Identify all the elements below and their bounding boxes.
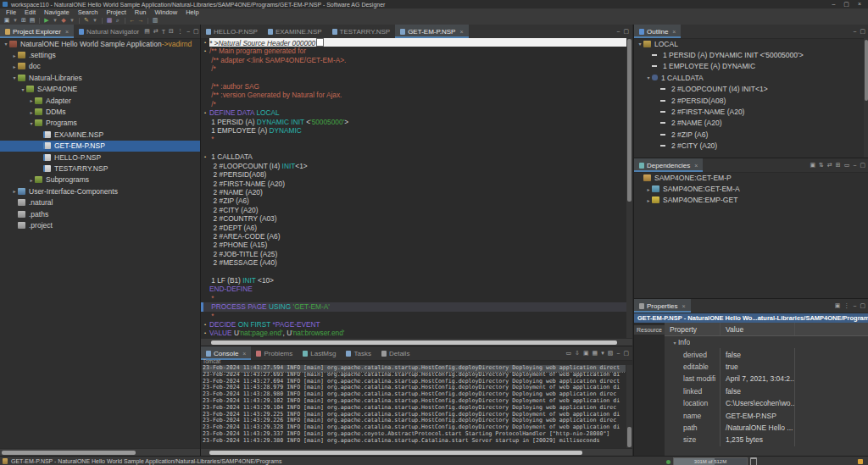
tab-get-em-p-nsp[interactable]: GET-EM-P.NSP× <box>395 25 468 38</box>
tree-item-naturalone-hello-world-sample-application[interactable]: ▾NaturalONE Hello World Sample Applicati… <box>0 38 200 49</box>
code-line[interactable]: • 1 CALLDATA <box>201 152 626 161</box>
explorer-horizontal-scrollbar[interactable] <box>0 448 200 456</box>
code-line[interactable]: PROCESS PAGE USING 'GET-EM-A' <box>201 302 626 311</box>
refresh-icon[interactable]: ⇄ <box>827 162 832 169</box>
tab-examine-nsp[interactable]: EXAMINE.NSP <box>263 25 327 38</box>
code-line[interactable]: 2 #DEPT (A6) <box>201 224 626 232</box>
edit-icon[interactable]: ✎ <box>82 16 91 25</box>
clear-console-icon[interactable]: ▭ <box>565 350 571 357</box>
minimize-icon[interactable]: − <box>853 29 856 35</box>
tab-resource[interactable]: Resource <box>634 325 665 335</box>
back-icon[interactable]: ← <box>128 16 136 25</box>
column-property[interactable]: Property <box>665 323 721 335</box>
menu-navigate[interactable]: Navigate <box>40 8 74 16</box>
new-file-icon[interactable]: ▤ <box>144 28 150 35</box>
code-line[interactable]: 2 #PHONE (A15) <box>201 241 626 249</box>
column-value[interactable]: Value <box>721 323 795 335</box>
save-icon[interactable]: ▣ <box>3 16 11 25</box>
tree-item-1-employee-a-dynamic[interactable]: 1 EMPLOYEE (A) DYNAMIC <box>634 61 868 72</box>
save-all-icon[interactable]: ⊞ <box>19 16 28 25</box>
code-line[interactable]: 2 #LOOPCOUNT (I4) INIT<1> <box>201 162 626 170</box>
code-line[interactable]: •VALUE U'nat:page.end', U'nat:browser.en… <box>201 329 626 337</box>
close-icon[interactable]: × <box>694 163 698 169</box>
maximize-icon[interactable]: ▢ <box>860 302 865 309</box>
tab-natural-navigator[interactable]: Natural Navigator <box>74 25 144 38</box>
window-maximize-button[interactable]: ▢ <box>843 1 849 8</box>
debug-icon[interactable]: ◆ <box>59 16 68 25</box>
close-icon[interactable]: × <box>242 351 246 357</box>
tree-item-samp4one-emp-get[interactable]: ▸SAMP4ONE:EMP-GET <box>634 195 868 206</box>
tree-item-settings[interactable]: ▸.settings <box>0 49 200 60</box>
history-icon[interactable]: ▭ <box>844 162 850 169</box>
window-close-button[interactable]: × <box>858 1 861 8</box>
code-line[interactable]: /** :author SAG <box>201 82 626 91</box>
tree-expand-arrow[interactable]: ▾ <box>637 41 643 47</box>
close-icon[interactable]: × <box>682 303 685 309</box>
tree-expand-arrow[interactable]: ▸ <box>28 97 35 103</box>
tree-item-subprograms[interactable]: ▸Subprograms <box>0 174 200 185</box>
edit-dropdown-icon[interactable]: ▾ <box>91 16 99 25</box>
code-line[interactable]: /* <box>201 100 626 108</box>
tree-expand-arrow[interactable]: ▸ <box>645 197 652 203</box>
scrollbar-thumb[interactable] <box>2 451 136 455</box>
view-menu-icon[interactable]: ⋮ <box>177 28 183 35</box>
scrollbar-thumb[interactable] <box>627 39 632 202</box>
code-editor[interactable]: •* >Natural Source Header 000000•/** Mai… <box>201 38 626 339</box>
tree-expand-arrow[interactable]: ▸ <box>11 188 18 194</box>
view-menu-icon[interactable]: ⋮ <box>843 302 849 309</box>
tree-item-ddms[interactable]: ▸DDMs <box>0 106 200 117</box>
tree-item-doc[interactable]: ▸doc <box>0 61 200 72</box>
code-line[interactable]: 2 #PERSID(A08) <box>201 170 626 179</box>
open-folder-icon[interactable]: ▥ <box>151 16 159 25</box>
code-line[interactable]: 2 #COUNTRY (A03) <box>201 214 626 223</box>
close-icon[interactable]: × <box>672 29 676 35</box>
console-vertical-scrollbar[interactable] <box>626 365 632 449</box>
code-line[interactable]: 2 #FIRST-NAME (A20) <box>201 180 626 188</box>
code-line[interactable] <box>201 144 626 152</box>
tree-item-get-em-p-nsp[interactable]: GET-EM-P.NSP <box>0 141 200 152</box>
console-log[interactable]: 23-Feb-2024 11:43:27.594 INFO [main] org… <box>203 365 626 449</box>
menu-search[interactable]: Search <box>74 8 103 16</box>
tree-item-1-calldata[interactable]: ▾1 CALLDATA <box>634 72 868 83</box>
code-line[interactable]: 2 #CITY (A20) <box>201 206 626 214</box>
tab-properties[interactable]: Properties × <box>634 299 691 313</box>
console-dropdown-icon[interactable]: ▾ <box>601 350 604 357</box>
maximize-icon[interactable]: ▢ <box>860 162 865 169</box>
maximize-icon[interactable]: ▢ <box>860 28 865 35</box>
notification-icon[interactable] <box>858 459 863 464</box>
code-line[interactable]: 2 #JOB-TITLE (A25) <box>201 250 626 258</box>
search-icon[interactable]: ⌕ <box>114 16 122 25</box>
property-row[interactable]: locationC:\Users\ecohen\wo... <box>665 397 868 409</box>
tree-item-natural-libraries[interactable]: ▾Natural-Libraries <box>0 72 200 83</box>
code-line[interactable]: •DEFINE DATA LOCAL <box>201 108 626 117</box>
menu-project[interactable]: Project <box>102 8 130 16</box>
menu-window[interactable]: Window <box>151 8 182 16</box>
tree-expand-arrow[interactable]: ▸ <box>11 53 18 58</box>
tree-item-samp4one-get-em-a[interactable]: ▸SAMP4ONE:GET-EM-A <box>634 183 868 194</box>
tab-tasks[interactable]: Tasks <box>341 346 376 360</box>
menu-file[interactable]: File <box>2 8 20 16</box>
tree-item-samp4one[interactable]: ▾SAMP4ONE <box>0 84 200 95</box>
scroll-lock-icon[interactable]: ⇩ <box>575 350 580 357</box>
code-line[interactable]: 1 LF (B1) INIT <10> <box>201 276 626 285</box>
property-row[interactable]: nameGET-EM-P.NSP <box>665 409 868 421</box>
tree-expand-arrow[interactable]: ▸ <box>645 186 652 192</box>
property-row[interactable]: last modifiApril 7, 2021, 3:04:2... <box>665 373 868 385</box>
run-dropdown-icon[interactable]: ▾ <box>51 16 59 25</box>
tree-item-hello-p-nsp[interactable]: HELLO-P.NSP <box>0 152 200 163</box>
window-minimize-button[interactable]: – <box>832 1 835 8</box>
tree-item-adapter[interactable]: ▸Adapter <box>0 95 200 106</box>
tree-item-user-interface-components[interactable]: ▸User-Interface-Components <box>0 185 200 197</box>
tree-item-programs[interactable]: ▾Programs <box>0 118 200 129</box>
property-row[interactable]: size1,235 bytes <box>665 434 868 446</box>
code-line[interactable]: * <box>201 135 626 143</box>
minimize-icon[interactable]: − <box>853 303 856 309</box>
tab-outline[interactable]: Outline × <box>634 25 681 38</box>
code-line[interactable]: •DECIDE ON FIRST *PAGE-EVENT <box>201 320 626 329</box>
code-line[interactable]: 2 #AREA-CODE (A6) <box>201 232 626 241</box>
filter-icon[interactable]: T <box>162 29 165 35</box>
code-line[interactable] <box>201 74 626 82</box>
tab-project-explorer[interactable]: Project Explorer× <box>0 25 74 38</box>
scrollbar-thumb[interactable] <box>865 40 868 101</box>
tree-expand-arrow[interactable]: ▾ <box>28 120 35 126</box>
